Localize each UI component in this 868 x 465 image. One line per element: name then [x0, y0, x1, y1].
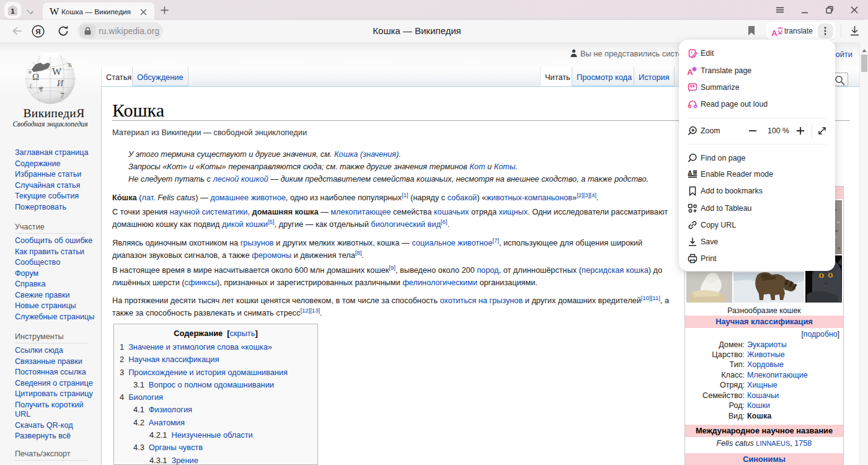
svg-text:Ћ: Ћ [68, 62, 72, 68]
svg-text:φ: φ [29, 69, 32, 74]
svg-text:7: 7 [60, 91, 64, 100]
svg-text:И: И [56, 79, 64, 88]
svg-text:W: W [52, 66, 62, 77]
svg-text:A: A [771, 29, 777, 37]
svg-text:Ω: Ω [32, 72, 39, 82]
